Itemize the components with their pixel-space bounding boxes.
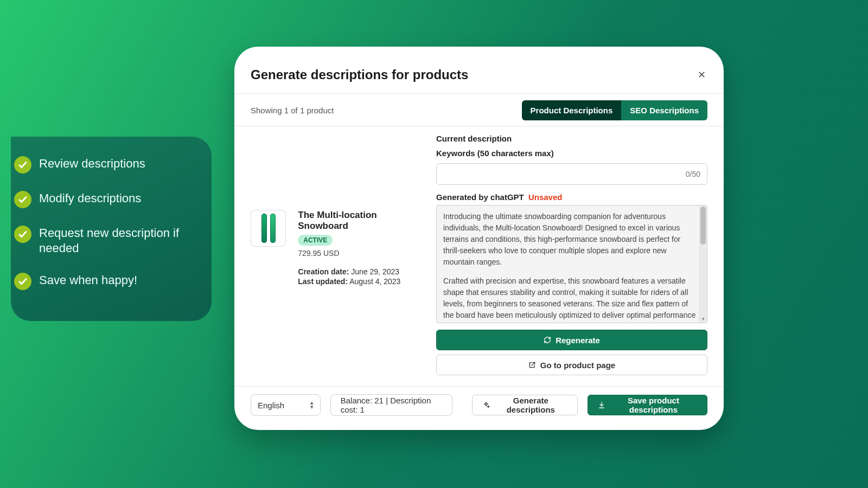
feature-item: Modify descriptions: [14, 191, 199, 208]
feature-text: Review descriptions: [39, 156, 145, 171]
modal-header: Generate descriptions for products ✕: [251, 67, 707, 87]
select-chevron-icon: ▴▾: [310, 401, 314, 409]
creation-date: Creation date: June 29, 2023: [298, 267, 424, 276]
refresh-icon: [544, 336, 551, 344]
keywords-label: Keywords (50 characters max): [436, 149, 707, 158]
language-value: English: [258, 401, 284, 410]
feature-item: Save when happy!: [14, 273, 199, 290]
feature-text: Modify descriptions: [39, 191, 141, 206]
generated-paragraph: Introducing the ultimate snowboarding co…: [443, 211, 697, 268]
generate-descriptions-label: Generate descriptions: [494, 396, 567, 414]
feature-item: Request new description if needed: [14, 226, 199, 255]
divider: [234, 386, 724, 387]
feature-text: Save when happy!: [39, 273, 137, 288]
product-meta: The Multi-location Snowboard ACTIVE 729.…: [298, 210, 424, 287]
generated-by-label: Generated by chatGPT: [436, 192, 524, 202]
feature-card: Review descriptions Modify descriptions …: [11, 137, 212, 321]
generated-textarea[interactable]: Introducing the ultimate snowboarding co…: [436, 205, 707, 323]
feature-text: Request new description if needed: [39, 226, 199, 255]
snowboard-icon: [270, 214, 276, 243]
regenerate-button[interactable]: Regenerate: [436, 330, 707, 350]
generated-header: Generated by chatGPT Unsaved: [436, 192, 707, 202]
product-thumbnail[interactable]: [251, 210, 286, 247]
generate-descriptions-button[interactable]: Generate descriptions: [472, 395, 578, 415]
last-updated: Last updated: August 4, 2023: [298, 277, 424, 286]
goto-product-page-button[interactable]: Go to product page: [436, 355, 707, 375]
modal-title: Generate descriptions for products: [251, 67, 468, 82]
tab-seo-descriptions[interactable]: SEO Descriptions: [621, 100, 707, 120]
modal-body: The Multi-location Snowboard ACTIVE 729.…: [251, 126, 707, 375]
product-price: 729.95 USD: [298, 249, 424, 258]
balance-text: Balance: 21 | Description cost: 1: [341, 396, 442, 414]
save-button-label: Save product descriptions: [610, 396, 697, 414]
snowboard-icon: [261, 214, 267, 243]
description-column: Current description Keywords (50 charact…: [436, 134, 707, 375]
creation-date-value: June 29, 2023: [351, 267, 399, 276]
save-down-icon: [598, 401, 605, 409]
language-select[interactable]: English ▴▾: [251, 394, 321, 416]
sparkle-icon: [482, 401, 490, 409]
balance-info: Balance: 21 | Description cost: 1: [330, 394, 452, 416]
scroll-down-icon[interactable]: ▾: [700, 317, 706, 322]
regenerate-label: Regenerate: [556, 336, 600, 345]
last-updated-label: Last updated:: [298, 277, 348, 286]
status-badge: ACTIVE: [298, 235, 333, 246]
product-title: The Multi-location Snowboard: [298, 210, 424, 232]
goto-product-label: Go to product page: [540, 361, 615, 370]
showing-count: Showing 1 of 1 product: [251, 106, 334, 115]
unsaved-badge: Unsaved: [528, 192, 563, 202]
tab-product-descriptions[interactable]: Product Descriptions: [522, 100, 622, 120]
product-info-column: The Multi-location Snowboard ACTIVE 729.…: [251, 134, 424, 375]
description-tabs: Product Descriptions SEO Descriptions: [522, 100, 707, 120]
check-icon: [14, 156, 31, 174]
scrollbar[interactable]: ▾: [699, 206, 707, 323]
creation-date-label: Creation date:: [298, 267, 349, 276]
save-product-descriptions-button[interactable]: Save product descriptions: [588, 395, 707, 415]
scrollbar-thumb[interactable]: [700, 207, 706, 245]
generated-paragraph: Crafted with precision and expertise, th…: [443, 275, 697, 323]
check-icon: [14, 191, 31, 208]
keywords-counter: 0/50: [686, 170, 700, 178]
check-icon: [14, 273, 31, 290]
modal-footer: English ▴▾ Balance: 21 | Description cos…: [251, 394, 707, 416]
generate-descriptions-modal: Generate descriptions for products ✕ Sho…: [234, 47, 724, 430]
close-button[interactable]: ✕: [695, 69, 707, 81]
external-link-icon: [528, 361, 536, 369]
subheader: Showing 1 of 1 product Product Descripti…: [251, 94, 707, 126]
current-description-label: Current description: [436, 134, 707, 143]
check-icon: [14, 226, 31, 243]
last-updated-value: August 4, 2023: [349, 277, 400, 286]
feature-item: Review descriptions: [14, 156, 199, 174]
keywords-input[interactable]: [443, 170, 686, 178]
keywords-field-wrapper: 0/50: [436, 163, 707, 185]
